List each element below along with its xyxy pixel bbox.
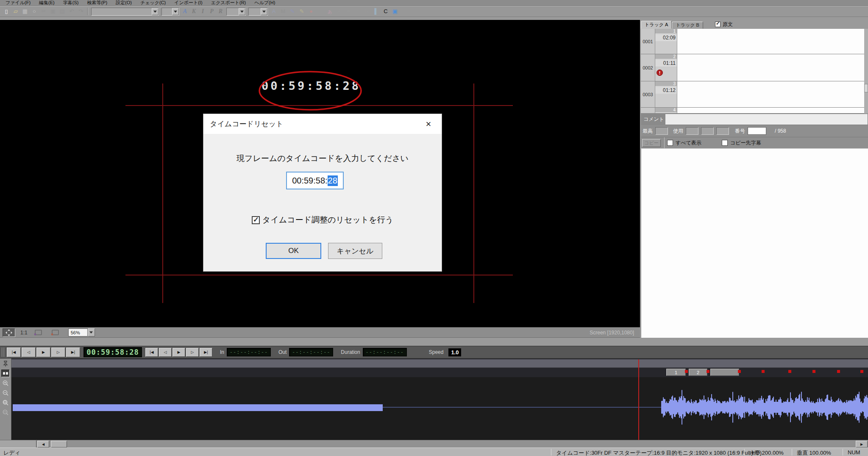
- zoom-level-value[interactable]: 56%: [68, 328, 88, 336]
- scroll-left-button[interactable]: ◀: [37, 441, 49, 448]
- jog-button-2[interactable]: ◁: [22, 348, 36, 357]
- jog-button-4[interactable]: ▷: [51, 348, 65, 357]
- zoom-fit-icon[interactable]: [1, 399, 10, 406]
- jog-button-3[interactable]: ▶: [36, 348, 50, 357]
- menu-item-1[interactable]: ファイル(F): [2, 0, 34, 6]
- menu-item-9[interactable]: ヘルプ(H): [250, 0, 279, 6]
- subtitle-edit-area[interactable]: [641, 149, 868, 338]
- save-icon[interactable]: ▦: [21, 8, 29, 15]
- audio-clip-bar[interactable]: [13, 404, 383, 411]
- ok-button[interactable]: OK: [266, 243, 321, 259]
- waveform[interactable]: [661, 377, 868, 440]
- chevron-down-icon[interactable]: [261, 8, 267, 15]
- jog-button-5[interactable]: ▶|: [200, 348, 212, 357]
- drag-handle[interactable]: [2, 348, 4, 357]
- timeline-marker-3[interactable]: [738, 370, 741, 373]
- stats-row: 最高 使用 番号 / 958: [641, 125, 868, 137]
- row-text-cell[interactable]: [677, 29, 868, 54]
- menu-item-3[interactable]: 字幕(S): [59, 0, 83, 6]
- jog-button-3[interactable]: ▶: [172, 348, 185, 357]
- show-all-checkbox[interactable]: [667, 140, 673, 146]
- menu-item-8[interactable]: エクスポート(R): [207, 0, 250, 6]
- k-style-button: K: [190, 8, 198, 15]
- cancel-button[interactable]: キャンセル: [328, 243, 382, 259]
- pen-blue-icon: ✎: [288, 8, 297, 15]
- divider: [744, 449, 745, 456]
- subtitle-row-0001[interactable]: 0001102:09: [641, 29, 868, 54]
- c-button[interactable]: C: [381, 8, 390, 15]
- timeline-subtitle-block-2[interactable]: 2: [689, 369, 707, 376]
- timeline-marker-6[interactable]: [812, 370, 815, 373]
- timeline-marker-8[interactable]: [860, 370, 863, 373]
- open-folder-icon[interactable]: ▱: [11, 8, 20, 15]
- menu-item-7[interactable]: インポート(I): [170, 0, 206, 6]
- close-icon[interactable]: ×: [415, 114, 442, 134]
- original-text-checkbox[interactable]: ✓: [715, 22, 721, 27]
- tab-track-a[interactable]: トラック A: [641, 21, 672, 29]
- timeline-marker-2[interactable]: [707, 370, 709, 373]
- scrollbar-thumb[interactable]: [51, 441, 67, 448]
- style-combo[interactable]: [91, 8, 159, 16]
- link-screen-alt-icon[interactable]: [49, 328, 61, 337]
- search-icon[interactable]: ○: [30, 8, 39, 15]
- subtitle-row-0003[interactable]: 0003301:12: [641, 81, 868, 108]
- chevron-down-icon[interactable]: [239, 8, 245, 15]
- jog-button-5[interactable]: ▶|: [66, 348, 80, 357]
- jog-button-2[interactable]: ◁: [159, 348, 172, 357]
- menu-item-2[interactable]: 編集(E): [35, 0, 58, 6]
- chevron-down-icon[interactable]: [152, 8, 159, 15]
- scrollbar-thumb[interactable]: [864, 84, 868, 92]
- jog-button-1[interactable]: |◀: [7, 348, 21, 357]
- timeline-hscrollbar[interactable]: ◀ ▶: [0, 440, 868, 448]
- link-screen-icon[interactable]: [32, 328, 45, 337]
- pin-icon[interactable]: [1, 360, 10, 367]
- timeline[interactable]: 12: [0, 359, 868, 440]
- timeline-ruler[interactable]: [11, 359, 868, 368]
- screen-toggle-icon[interactable]: ▣: [391, 8, 399, 15]
- timeline-marker-7[interactable]: [837, 370, 840, 373]
- timeline-subtitle-block-1[interactable]: 1: [666, 369, 686, 376]
- row-text-cell[interactable]: [677, 54, 868, 81]
- subtitle-track[interactable]: 12: [11, 368, 868, 377]
- subtitle-list-scrollbar[interactable]: [864, 29, 868, 114]
- jog-button-1[interactable]: |◀: [145, 348, 158, 357]
- dialog-titlebar[interactable]: タイムコードリセット ×: [203, 114, 442, 134]
- row-timecode: 02:09: [655, 34, 677, 41]
- number-input[interactable]: [748, 127, 766, 135]
- playhead-cursor[interactable]: [638, 359, 639, 440]
- timeline-marker-1[interactable]: [685, 370, 688, 373]
- adjust-reset-checkbox[interactable]: ✓: [252, 216, 260, 224]
- zoom-out-icon[interactable]: [1, 389, 10, 397]
- new-file-icon[interactable]: ▯: [2, 8, 11, 15]
- fit-to-window-button[interactable]: [3, 328, 15, 337]
- timeline-subtitle-block-3[interactable]: [710, 369, 739, 376]
- divider: [664, 137, 665, 149]
- chevron-down-icon[interactable]: [88, 328, 95, 336]
- chevron-down-icon[interactable]: [172, 8, 179, 15]
- menu-item-4[interactable]: 検索等(P): [83, 0, 111, 6]
- zoom-selection-icon[interactable]: [1, 409, 10, 416]
- timeline-marker-4[interactable]: [762, 370, 765, 373]
- row-text-cell[interactable]: [677, 81, 868, 107]
- menu-item-6[interactable]: チェック(C): [136, 0, 170, 6]
- zoom-level-combo[interactable]: 56%: [68, 328, 95, 336]
- use-value-box-1: [686, 127, 698, 135]
- track-display-icon[interactable]: [1, 370, 10, 377]
- copy-dest-checkbox[interactable]: [722, 140, 728, 146]
- subtitle-row-partial[interactable]: 4: [641, 108, 868, 114]
- ratio-1-1-button[interactable]: 1:1: [20, 330, 28, 336]
- scroll-right-button[interactable]: ▶: [856, 441, 868, 448]
- zoom-in-icon[interactable]: [1, 379, 10, 387]
- timeline-marker-5[interactable]: [788, 370, 791, 373]
- safe-guide-right: [473, 83, 474, 303]
- subtitle-row-0002[interactable]: 0002201:11!: [641, 54, 868, 81]
- timecode-input[interactable]: 00:59:58:28: [286, 172, 344, 189]
- size-combo[interactable]: [161, 8, 179, 16]
- comment-input[interactable]: [665, 114, 868, 125]
- ruby-combo[interactable]: [248, 8, 268, 16]
- font-combo[interactable]: [226, 8, 246, 16]
- tab-track-b[interactable]: トラック B: [672, 22, 703, 29]
- menu-item-5[interactable]: 設定(O): [112, 0, 136, 6]
- jog-button-4[interactable]: ▷: [186, 348, 199, 357]
- row-text-cell[interactable]: [677, 108, 868, 113]
